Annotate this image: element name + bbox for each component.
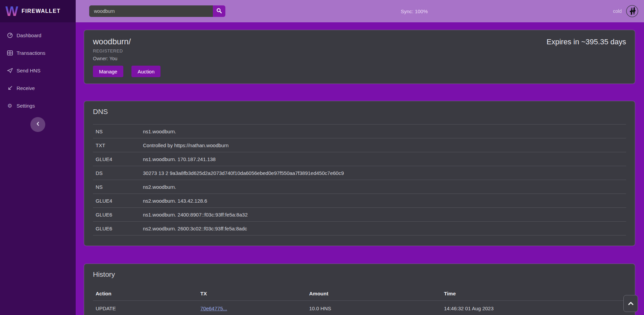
- paper-plane-icon: [7, 67, 13, 73]
- auction-button[interactable]: Auction: [131, 66, 160, 77]
- manage-button[interactable]: Manage: [93, 66, 123, 77]
- dns-record-row: GLUE4 ns2.woodburn. 143.42.128.6: [93, 194, 626, 208]
- dns-record-value: ns2.woodburn. 143.42.128.6: [140, 194, 626, 208]
- sidebar-item-label: Dashboard: [17, 32, 41, 38]
- dns-title: DNS: [93, 107, 626, 117]
- main-content: woodburn/ REGISTERED Owner: You Manage A…: [76, 22, 644, 315]
- sidebar-item-dashboard[interactable]: Dashboard: [0, 26, 76, 44]
- history-col-action: Action: [93, 287, 198, 300]
- dns-record-value: 30273 13 2 9a3a8fb3d625d2a2073d740f10da6…: [140, 166, 626, 180]
- firewallet-logo-icon: W: [5, 4, 18, 18]
- sidebar-header: W FIREWALLET: [0, 0, 76, 22]
- dns-record-type: NS: [93, 180, 140, 194]
- chevron-left-icon: [36, 121, 40, 128]
- dns-record-row: NS ns1.woodburn.: [93, 125, 626, 138]
- history-time: 14:46:32 01 Aug 2023: [441, 300, 626, 315]
- wallet-name: cold: [613, 8, 622, 14]
- search-button[interactable]: [213, 5, 225, 17]
- arrow-down-left-icon: [7, 85, 13, 91]
- dns-record-type: GLUE6: [93, 208, 140, 222]
- dns-record-row: GLUE6 ns1.woodburn. 2400:8907::f03c:93ff…: [93, 208, 626, 222]
- topbar: Sync: 100% cold: [76, 0, 644, 22]
- history-col-amount: Amount: [306, 287, 441, 300]
- dns-record-row: NS ns2.woodburn.: [93, 180, 626, 194]
- dns-table: NS ns1.woodburn. TXT Controlled by https…: [93, 124, 626, 235]
- brand-title: FIREWALLET: [22, 8, 60, 14]
- dns-record-row: DS 30273 13 2 9a3a8fb3d625d2a2073d740f10…: [93, 166, 626, 180]
- search-input[interactable]: [89, 5, 213, 17]
- table-icon: [7, 50, 13, 56]
- search-icon: [216, 8, 222, 15]
- domain-card: woodburn/ REGISTERED Owner: You Manage A…: [84, 30, 635, 84]
- history-amount: 10.0 HNS: [306, 300, 441, 315]
- domain-status: REGISTERED: [93, 48, 626, 53]
- sidebar-item-label: Receive: [17, 85, 35, 91]
- sidebar-nav: Dashboard Transactions Send HNS Receive …: [0, 22, 76, 114]
- scroll-to-top-button[interactable]: [623, 295, 638, 312]
- history-title: History: [93, 269, 626, 279]
- gauge-icon: [7, 32, 13, 38]
- dns-record-value: Controlled by https://nathan.woodburn: [140, 138, 626, 152]
- dns-record-value: ns2.woodburn. 2600:3c02::f03c:93ff:fe5a:…: [140, 222, 626, 235]
- dns-record-row: GLUE4 ns1.woodburn. 170.187.241.138: [93, 152, 626, 166]
- wallet-indicator: cold: [613, 0, 639, 22]
- sidebar-item-settings[interactable]: ⚙ Settings: [0, 97, 76, 114]
- history-table: Action TX Amount Time UPDATE 70e64775...…: [93, 287, 626, 315]
- dns-record-type: DS: [93, 166, 140, 180]
- dns-record-type: GLUE4: [93, 152, 140, 166]
- dns-record-type: NS: [93, 125, 140, 138]
- domain-actions: Manage Auction: [93, 66, 626, 77]
- dns-card: DNS NS ns1.woodburn. TXT Controlled by h…: [84, 101, 635, 246]
- dns-record-value: ns1.woodburn. 170.187.241.138: [140, 152, 626, 166]
- dns-record-value: ns1.woodburn.: [140, 125, 626, 138]
- sidebar-item-transactions[interactable]: Transactions: [0, 44, 76, 62]
- domain-expiry: Expires in ~395.35 days: [547, 38, 626, 46]
- dns-record-value: ns1.woodburn. 2400:8907::f03c:93ff:fe5a:…: [140, 208, 626, 222]
- dns-record-value: ns2.woodburn.: [140, 180, 626, 194]
- dns-record-type: TXT: [93, 138, 140, 152]
- sync-status: Sync: 100%: [401, 0, 428, 22]
- tx-link[interactable]: 70e64775...: [200, 306, 227, 311]
- handshake-logo-icon[interactable]: [626, 5, 639, 18]
- history-col-time: Time: [441, 287, 626, 300]
- history-card: History Action TX Amount Time UPDATE 70e…: [84, 264, 635, 315]
- sidebar-item-receive[interactable]: Receive: [0, 79, 76, 97]
- history-col-tx: TX: [198, 287, 306, 300]
- gear-icon: ⚙: [7, 103, 13, 109]
- domain-owner: Owner: You: [93, 56, 626, 61]
- sidebar-item-label: Settings: [17, 103, 35, 109]
- dns-record-type: GLUE4: [93, 194, 140, 208]
- domain-name: woodburn/: [93, 37, 626, 46]
- dns-record-type: GLUE6: [93, 222, 140, 235]
- sidebar: W FIREWALLET Dashboard Transactions Send…: [0, 0, 76, 315]
- dns-record-row: GLUE6 ns2.woodburn. 2600:3c02::f03c:93ff…: [93, 222, 626, 235]
- history-action: UPDATE: [93, 300, 198, 315]
- sidebar-item-send-hns[interactable]: Send HNS: [0, 62, 76, 79]
- search-bar: [89, 5, 225, 17]
- sidebar-collapse-button[interactable]: [30, 117, 45, 132]
- history-row: UPDATE 70e64775... 10.0 HNS 14:46:32 01 …: [93, 300, 626, 315]
- history-header-row: Action TX Amount Time: [93, 287, 626, 300]
- chevron-up-icon: [628, 300, 634, 307]
- sidebar-item-label: Transactions: [17, 50, 45, 56]
- dns-record-row: TXT Controlled by https://nathan.woodbur…: [93, 138, 626, 152]
- sidebar-item-label: Send HNS: [17, 68, 41, 73]
